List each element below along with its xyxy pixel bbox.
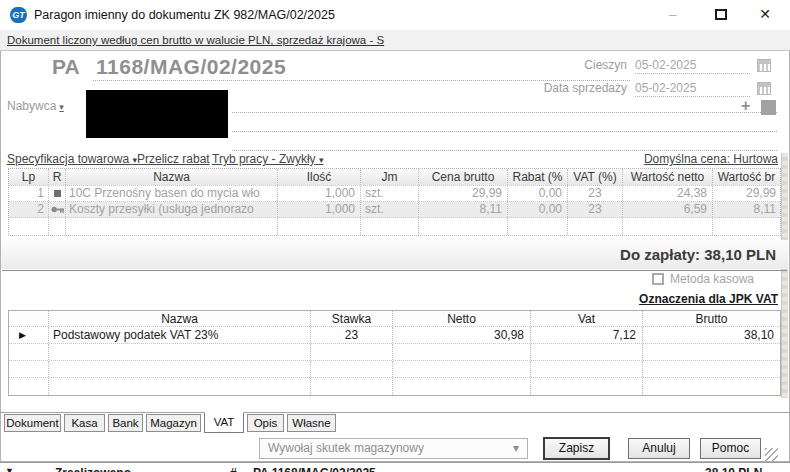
warehouse-effect-dropdown[interactable]: Wywołaj skutek magazynowy ▾ xyxy=(259,438,528,459)
buyer-field-redacted[interactable] xyxy=(86,90,228,138)
clipped-background-text: # xyxy=(230,466,237,472)
item-row[interactable]: 1 10C Przenośny basen do mycia wło 1,000… xyxy=(9,186,780,202)
recalc-discount-link[interactable]: Przelicz rabat xyxy=(137,152,210,166)
default-price-link[interactable]: Domyślna cena: Hurtowa xyxy=(644,152,778,166)
pricing-mode-link[interactable]: Dokument liczony według cen brutto w wal… xyxy=(7,34,384,46)
clipped-background-text: Zrealizowano xyxy=(55,466,131,472)
city-label: Cieszyn xyxy=(584,58,627,72)
close-button[interactable]: ✕ xyxy=(748,0,782,30)
vat-row[interactable]: ▶ Podstawowy podatek VAT 23% 23 30,98 7,… xyxy=(9,327,780,344)
cash-method-label: Metoda kasowa xyxy=(670,272,754,286)
doc-number-field[interactable]: 1168/MAG/02/2025 xyxy=(96,55,286,79)
work-mode-dropdown-icon: ▾ xyxy=(319,155,324,165)
paragon-dialog-window: GT Paragon imienny do dokumentu ZK 982/M… xyxy=(0,0,790,472)
tab-bank[interactable]: Bank xyxy=(108,414,143,432)
add-position-button[interactable]: + xyxy=(741,97,750,115)
doc-symbol: PA xyxy=(52,55,80,79)
doc-date-calendar-icon[interactable] xyxy=(757,59,771,72)
tab-magazyn[interactable]: Magazyn xyxy=(146,414,201,432)
clipped-background-text: 38,10 PLN xyxy=(705,466,762,472)
item-row-empty[interactable] xyxy=(9,218,780,235)
work-mode-link[interactable]: Tryb pracy - Zwykły ▾ xyxy=(212,152,323,166)
tab-strip-divider xyxy=(0,412,790,413)
tab-vat[interactable]: VAT xyxy=(204,412,244,433)
clipped-background-text: PA 1168/MAG/02/2025 xyxy=(253,466,376,472)
buyer-line-2 xyxy=(232,131,777,132)
minimize-button[interactable]: – xyxy=(658,0,688,30)
total-due-amount: 38,10 PLN xyxy=(704,246,776,263)
clipped-background-marker: ▼ xyxy=(5,466,14,472)
total-due-label: Do zapłaty: xyxy=(620,246,700,263)
dropdown-arrow-icon: ▾ xyxy=(513,439,519,458)
items-table: Lp R Nazwa Ilość Jm Cena brutto Rabat (%… xyxy=(8,168,781,236)
window-title: Paragon imienny do dokumentu ZK 982/MAG/… xyxy=(34,0,335,30)
buyer-line-1 xyxy=(232,112,777,113)
tab-dokument[interactable]: Dokument xyxy=(4,414,61,432)
sale-date-label: Data sprzedaży xyxy=(544,81,627,95)
save-button[interactable]: Zapisz xyxy=(543,437,610,460)
vat-row-empty xyxy=(9,361,780,378)
vat-table: Nazwa Stawka Netto Vat Brutto ▶ Podstawo… xyxy=(8,310,781,396)
item-row[interactable]: 2 Koszty przesyłki (usługa jednorazo 1,0… xyxy=(9,202,780,218)
total-due-band: Do zapłaty: 38,10 PLN xyxy=(1,240,788,269)
picker-button[interactable] xyxy=(761,100,776,115)
document-info-bar: Dokument liczony według cen brutto w wal… xyxy=(0,30,790,51)
maximize-icon xyxy=(715,9,727,20)
title-bar: GT Paragon imienny do dokumentu ZK 982/M… xyxy=(0,0,790,30)
vat-table-header: Nazwa Stawka Netto Vat Brutto xyxy=(9,311,780,327)
tab-opis[interactable]: Opis xyxy=(247,414,284,432)
doc-date-field[interactable]: 05-02-2025 xyxy=(635,58,750,74)
cancel-button[interactable]: Anuluj xyxy=(628,438,690,459)
buyer-line-3 xyxy=(232,150,777,151)
subiekt-gt-app-icon: GT xyxy=(10,7,27,23)
cash-method-checkbox[interactable] xyxy=(652,273,664,285)
help-button[interactable]: Pomoc xyxy=(700,438,761,459)
product-type-icon xyxy=(49,186,66,201)
background-scrollbar xyxy=(781,153,788,398)
vat-row-empty xyxy=(9,344,780,361)
jpk-vat-link[interactable]: Oznaczenia dla JPK VAT xyxy=(639,292,778,306)
buyer-dropdown-icon[interactable]: ▾ xyxy=(59,102,64,112)
buyer-label: Nabywca▾ xyxy=(7,99,64,113)
tab-wlasne[interactable]: Własne xyxy=(287,414,336,432)
items-table-header: Lp R Nazwa Ilość Jm Cena brutto Rabat (%… xyxy=(9,169,780,186)
background-window-row: ▼ Zrealizowano # PA 1168/MAG/02/2025 38,… xyxy=(0,462,790,472)
maximize-button[interactable] xyxy=(706,0,736,30)
service-type-icon xyxy=(49,202,66,217)
current-row-marker-icon: ▶ xyxy=(9,327,49,343)
sale-date-calendar-icon[interactable] xyxy=(757,82,771,95)
sale-date-field[interactable]: 05-02-2025 xyxy=(635,81,750,97)
summary-divider xyxy=(2,270,787,271)
resize-grip[interactable] xyxy=(765,448,778,461)
vat-row-empty xyxy=(9,378,780,395)
specification-link[interactable]: Specyfikacja towarowa ▾ xyxy=(7,152,137,166)
tab-kasa[interactable]: Kasa xyxy=(64,414,105,432)
